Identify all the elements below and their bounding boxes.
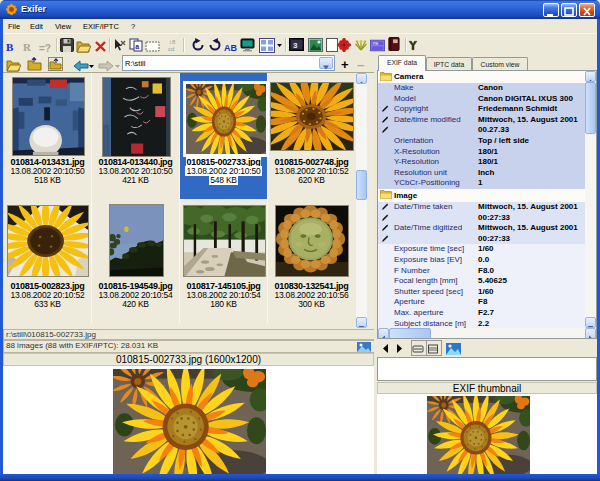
svg-text:3: 3 (293, 41, 298, 50)
svg-text:PIE: PIE (373, 42, 379, 46)
svg-text:cd: cd (168, 46, 174, 52)
svg-text:a: a (135, 43, 139, 50)
svg-text:↕8: ↕8 (169, 39, 176, 45)
